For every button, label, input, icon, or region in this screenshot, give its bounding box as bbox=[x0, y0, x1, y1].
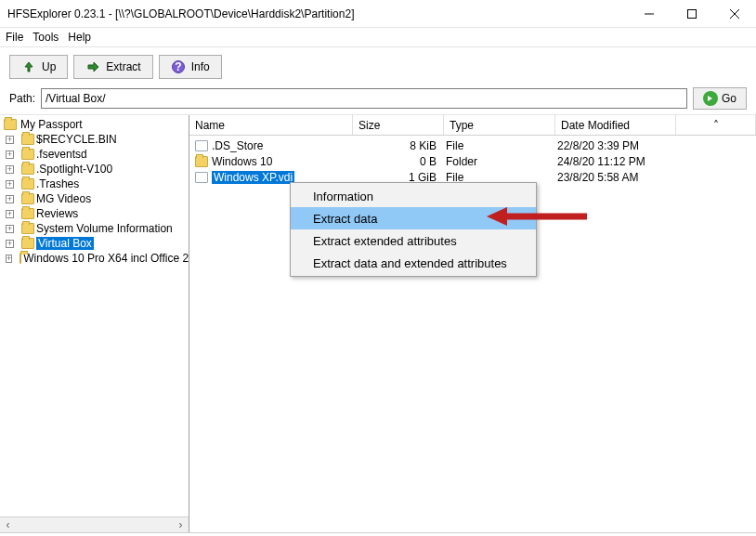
menu-tools[interactable]: Tools bbox=[33, 31, 59, 44]
scroll-right-icon[interactable]: › bbox=[173, 517, 189, 533]
list-body[interactable]: .DS_Store8 KiBFile22/8/20 3:39 PMWindows… bbox=[189, 136, 756, 532]
path-row: Path: Go bbox=[0, 86, 756, 114]
info-label: Info bbox=[191, 60, 210, 73]
tree-body[interactable]: My Passport +$RECYCLE.BIN+.fseventsd+.Sp… bbox=[0, 115, 189, 516]
tree-horizontal-scrollbar[interactable]: ‹ › bbox=[0, 516, 189, 532]
list-row[interactable]: .DS_Store8 KiBFile22/8/20 3:39 PM bbox=[189, 137, 756, 153]
file-icon bbox=[195, 140, 208, 151]
file-type: File bbox=[444, 139, 555, 152]
up-label: Up bbox=[42, 60, 56, 73]
expand-icon[interactable]: + bbox=[6, 165, 14, 174]
tree-item-label: Windows 10 Pro X64 incl Office 2019 bbox=[23, 252, 189, 265]
info-button[interactable]: ? Info bbox=[159, 55, 222, 79]
tree-root[interactable]: My Passport bbox=[2, 117, 189, 132]
file-name: .DS_Store bbox=[212, 139, 263, 152]
tree-item[interactable]: +MG Videos bbox=[2, 191, 189, 206]
context-menu: Information Extract data Extract extende… bbox=[290, 182, 537, 277]
menu-file[interactable]: File bbox=[6, 31, 23, 44]
tree-item[interactable]: +Reviews bbox=[2, 206, 189, 221]
tree-item-label: Virtual Box bbox=[36, 237, 94, 250]
right-arrow-icon bbox=[85, 59, 100, 74]
tree-item[interactable]: +Windows 10 Pro X64 incl Office 2019 bbox=[2, 251, 189, 266]
tree-item-label: .Trashes bbox=[36, 177, 79, 190]
column-size[interactable]: Size bbox=[353, 115, 444, 135]
go-button[interactable]: Go bbox=[693, 87, 747, 110]
folder-icon bbox=[21, 208, 34, 219]
file-date: 22/8/20 3:39 PM bbox=[555, 139, 713, 152]
main-area: My Passport +$RECYCLE.BIN+.fseventsd+.Sp… bbox=[0, 114, 756, 532]
folder-icon bbox=[4, 119, 17, 130]
expand-icon[interactable]: + bbox=[6, 195, 14, 203]
expand-icon[interactable]: + bbox=[6, 150, 14, 159]
file-type: Folder bbox=[444, 155, 555, 168]
folder-icon bbox=[21, 149, 34, 160]
column-name[interactable]: Name bbox=[189, 115, 353, 135]
go-label: Go bbox=[722, 92, 736, 105]
file-date: 23/8/20 5:58 AM bbox=[555, 171, 713, 184]
folder-icon bbox=[21, 193, 34, 204]
list-row[interactable]: Windows 100 BFolder24/8/20 11:12 PM bbox=[189, 153, 756, 169]
tree-item-label: .fseventsd bbox=[36, 148, 87, 161]
expand-icon[interactable]: + bbox=[6, 225, 14, 233]
folder-icon bbox=[21, 134, 34, 145]
svg-text:?: ? bbox=[175, 60, 181, 73]
extract-label: Extract bbox=[106, 60, 140, 73]
up-button[interactable]: Up bbox=[9, 55, 68, 79]
file-size: 8 KiB bbox=[353, 139, 444, 152]
column-date[interactable]: Date Modified bbox=[555, 115, 676, 135]
file-icon bbox=[195, 172, 208, 183]
titlebar: HFSExplorer 0.23.1 - [\\?\GLOBALROOT\Dev… bbox=[0, 0, 756, 28]
toolbar: Up Extract ? Info bbox=[0, 46, 756, 86]
column-sort-indicator[interactable]: ˄ bbox=[676, 115, 756, 135]
column-type[interactable]: Type bbox=[444, 115, 555, 135]
file-date: 24/8/20 11:12 PM bbox=[555, 155, 713, 168]
scroll-left-icon[interactable]: ‹ bbox=[0, 517, 16, 533]
path-input[interactable] bbox=[41, 88, 687, 109]
minimize-button[interactable] bbox=[628, 0, 671, 28]
folder-icon bbox=[20, 253, 21, 264]
svg-rect-1 bbox=[688, 9, 697, 18]
maximize-button[interactable] bbox=[671, 0, 713, 28]
go-arrow-icon bbox=[703, 91, 718, 106]
file-size: 0 B bbox=[353, 155, 444, 168]
tree-item-label: Reviews bbox=[36, 207, 78, 220]
ctx-information[interactable]: Information bbox=[291, 185, 536, 207]
tree-item-label: MG Videos bbox=[36, 192, 91, 205]
tree-item[interactable]: +.Trashes bbox=[2, 176, 189, 191]
menubar: File Tools Help bbox=[0, 28, 756, 46]
window-title: HFSExplorer 0.23.1 - [\\?\GLOBALROOT\Dev… bbox=[7, 7, 628, 20]
tree-pane: My Passport +$RECYCLE.BIN+.fseventsd+.Sp… bbox=[0, 115, 189, 532]
list-pane: Name Size Type Date Modified ˄ .DS_Store… bbox=[189, 115, 756, 532]
expand-icon[interactable]: + bbox=[6, 240, 14, 248]
folder-icon bbox=[21, 163, 34, 175]
ctx-extract-data-and-extended-attributes[interactable]: Extract data and extended attributes bbox=[291, 252, 536, 274]
tree-item[interactable]: +System Volume Information bbox=[2, 221, 189, 236]
expand-icon[interactable]: + bbox=[6, 180, 14, 189]
tree-item-label: $RECYCLE.BIN bbox=[36, 133, 117, 146]
tree-root-label: My Passport bbox=[20, 118, 83, 131]
ctx-extract-extended-attributes[interactable]: Extract extended attributes bbox=[291, 229, 536, 252]
path-label: Path: bbox=[9, 92, 35, 105]
folder-icon bbox=[21, 178, 34, 190]
tree-item[interactable]: +Virtual Box bbox=[2, 236, 189, 251]
expand-icon[interactable]: + bbox=[6, 255, 12, 263]
file-name: Windows XP.vdi bbox=[212, 171, 294, 184]
expand-icon[interactable]: + bbox=[6, 210, 14, 218]
extract-button[interactable]: Extract bbox=[73, 55, 152, 79]
info-icon: ? bbox=[171, 59, 186, 74]
folder-icon bbox=[195, 156, 208, 167]
close-button[interactable] bbox=[713, 0, 756, 28]
tree-item-label: .Spotlight-V100 bbox=[36, 163, 112, 176]
folder-icon bbox=[21, 238, 34, 249]
ctx-extract-data[interactable]: Extract data bbox=[291, 207, 536, 229]
up-arrow-icon bbox=[21, 59, 36, 74]
tree-item[interactable]: +$RECYCLE.BIN bbox=[2, 132, 189, 147]
tree-item-label: System Volume Information bbox=[36, 222, 173, 235]
list-header: Name Size Type Date Modified ˄ bbox=[189, 115, 756, 136]
menu-help[interactable]: Help bbox=[68, 31, 91, 44]
tree-item[interactable]: +.Spotlight-V100 bbox=[2, 162, 189, 176]
expand-icon[interactable]: + bbox=[6, 136, 14, 144]
status-bar: 1 object selected (1.64 GiB) bbox=[0, 532, 756, 536]
tree-item[interactable]: +.fseventsd bbox=[2, 147, 189, 162]
window-controls bbox=[628, 0, 756, 28]
